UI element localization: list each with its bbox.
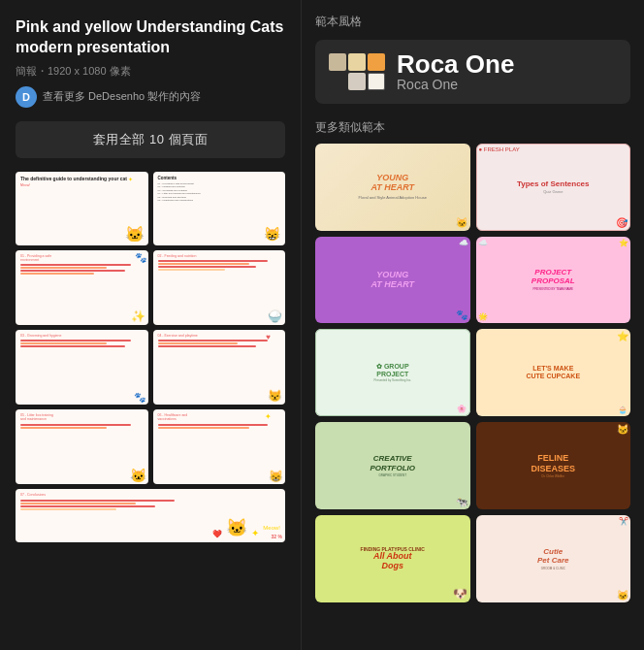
similar-thumb-10[interactable]: CutiePet Care GROOM & CLINIC 🐱 ✂️	[476, 515, 631, 602]
similar-thumb-7[interactable]: CREATIVEPORTFOLIO GRAPHIC STUDENT 🐄	[315, 422, 470, 509]
similar-thumb-3[interactable]: YOUNGAT HEART 🐾 ☁️	[315, 237, 470, 324]
swatch-orange	[368, 53, 385, 71]
font-preview-card: Roca One Roca One	[315, 40, 630, 104]
similar-thumb-9[interactable]: FINDING PLATYPUS CLINIC All AboutDogs 🐶	[315, 515, 470, 602]
author-link[interactable]: 查看更多 DeDesenho 製作的內容	[43, 89, 201, 104]
swatch-tan	[329, 53, 346, 71]
slide-thumb-5[interactable]: 03 - Grooming and hygiene 🐾	[16, 330, 148, 405]
color-swatches	[329, 53, 385, 90]
similar-grid: YOUNGAT HEART Floral and Style Animal Ad…	[315, 144, 630, 602]
swatch-light-yellow	[348, 53, 366, 71]
similar-thumb-4[interactable]: PROJECTPROPOSAL PRESENTED BY TEAM NAME ☁…	[476, 237, 631, 324]
similar-thumb-5[interactable]: ✿ GROUPPROJECT Presented by Something In…	[315, 329, 470, 416]
font-name-big: Roca One	[397, 51, 514, 77]
font-section-label: 範本風格	[315, 14, 630, 30]
apply-all-button[interactable]: 套用全部 10 個頁面	[16, 121, 285, 158]
slide-thumb-4[interactable]: 02 - Feeding and nutrition 🍚	[153, 250, 286, 325]
slide-thumb-1[interactable]: The definitive guide to understanding yo…	[16, 172, 148, 246]
swatch-gray	[348, 73, 366, 90]
swatch-cream	[368, 73, 385, 90]
slide-thumb-7[interactable]: 05 - Litter box trainingand maintenance …	[16, 409, 148, 484]
slide-thumb-6[interactable]: 04 - Exercise and playtime 😾 ♥	[153, 330, 286, 405]
similar-thumb-8[interactable]: FELINEDISEASES Dr. Chloe Wildfire 🐱	[476, 422, 631, 509]
slides-grid: The definitive guide to understanding yo…	[16, 172, 285, 542]
slide-thumb-8[interactable]: 06 - Healthcare andvaccinations 😸 ✦	[153, 409, 286, 484]
similar-section-label: 更多類似範本	[315, 119, 630, 136]
author-row: D 查看更多 DeDesenho 製作的內容	[16, 86, 285, 108]
author-avatar: D	[16, 86, 37, 108]
font-info: Roca One Roca One	[397, 51, 514, 92]
left-panel: Pink and yellow Understanding Cats moder…	[0, 0, 301, 650]
similar-thumb-1[interactable]: YOUNGAT HEART Floral and Style Animal Ad…	[315, 144, 470, 231]
similar-thumb-2[interactable]: Types of Sentences Quiz Game 🎯 ● FRESH P…	[476, 144, 631, 231]
slide-thumb-3[interactable]: 01 - Providing a safe environment ✨ 🐾	[16, 250, 148, 325]
slide-thumb-2[interactable]: Contents 01 - Providing a safe environme…	[153, 172, 286, 246]
similar-thumb-6[interactable]: LET'S MAKECUTE CUPCAKE ⭐ 🧁	[476, 329, 631, 416]
presentation-subtitle: 簡報・1920 x 1080 像素	[16, 64, 285, 79]
font-name-small: Roca One	[397, 77, 514, 92]
swatch-black	[329, 73, 346, 90]
slide-thumb-9[interactable]: 07 - Conclusions 32 % ❤️ 🐱 ✦ Meow!	[16, 489, 285, 542]
right-panel: 範本風格 Roca One Roca One 更多類似範本 YOUNGAT HE…	[301, 0, 644, 650]
presentation-title: Pink and yellow Understanding Cats moder…	[16, 17, 285, 58]
